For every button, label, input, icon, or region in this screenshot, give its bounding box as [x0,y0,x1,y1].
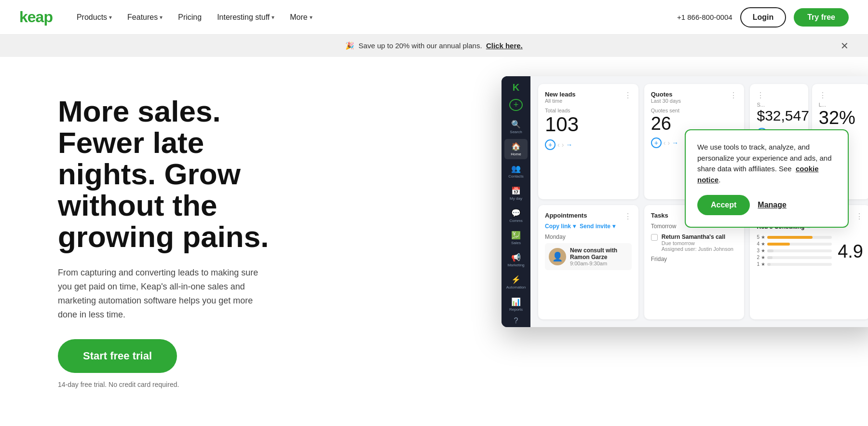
appointment-time: 9:00am-9:30am [570,261,628,266]
review-bar-fill [767,236,813,239]
review-bar-row: 3 ★ [757,248,832,253]
task-assigned: Assigned user: Justin Johnson [662,246,733,252]
add-button[interactable]: + [651,137,662,148]
revenue-menu[interactable]: ⋮ [757,91,764,100]
nav-products[interactable]: Products ▾ [70,9,119,26]
banner-emoji: 🎉 [345,41,354,50]
navbar: keap Products ▾ Features ▾ Pricing Inter… [0,0,868,35]
cookie-text: We use tools to track, analyze, and pers… [697,142,836,185]
send-invite-button[interactable]: Send invite ▾ [580,223,615,230]
task-period-2: Friday [651,256,738,262]
sidebar-item-marketing[interactable]: 📢 Marketing [504,250,528,270]
banner-close-button[interactable]: ✕ [841,40,849,52]
review-bar-fill [767,249,773,252]
phone-number[interactable]: +1 866-800-0004 [677,13,732,21]
login-button[interactable]: Login [740,7,787,27]
review-star-label: 1 ★ [757,261,765,267]
review-bar-bg [767,243,832,246]
reviews-menu[interactable]: ⋮ [855,212,863,221]
copy-link-button[interactable]: Copy link ▾ [545,223,576,230]
go-arrow-icon[interactable]: → [566,141,572,149]
sidebar-item-reports[interactable]: 📊 Reports [504,294,528,315]
next-arrow-icon[interactable]: › [562,141,564,149]
hero-content: More sales. Fewer late nights. Grow with… [58,86,289,388]
manage-button[interactable]: Manage [758,201,787,209]
task-item: Return Samantha's call Due tomorrow Assi… [651,234,738,252]
revenue-metric-value: $32,547 [757,109,801,123]
new-leads-period: All time [545,98,576,104]
chevron-down-icon: ▾ [160,14,163,21]
review-star-label: 3 ★ [757,248,765,253]
sidebar-item-contacts[interactable]: 👥 Contacts [504,161,528,181]
review-bar-row: 4 ★ [757,241,832,247]
sidebar-item-search[interactable]: 🔍 Search [504,117,528,137]
quotes-menu[interactable]: ⋮ [730,91,737,100]
appointments-menu[interactable]: ⋮ [624,212,632,221]
home-icon: 🏠 [511,142,521,151]
sidebar-item-myday[interactable]: 📅 My day [504,183,528,204]
appointment-name: New consult with Ramon Garze [570,247,628,261]
review-bar-row: 5 ★ [757,234,832,240]
nav-interesting-stuff[interactable]: Interesting stuff ▾ [210,9,281,26]
add-button[interactable]: + [545,139,556,150]
prev-arrow-icon[interactable]: ‹ [664,139,666,147]
appointments-title: Appointments [545,212,587,219]
announcement-banner: 🎉 Save up to 20% with our annual plans. … [0,35,868,57]
start-trial-button[interactable]: Start free trial [58,339,177,373]
nav-features[interactable]: Features ▾ [121,9,169,26]
sidebar-item-automation[interactable]: ⚡ Automation [504,272,528,292]
appointment-item[interactable]: 👤 New consult with Ramon Garze 9:00am-9:… [545,243,632,270]
search-icon: 🔍 [511,120,521,129]
review-bars: 5 ★4 ★3 ★2 ★1 ★ [757,234,832,268]
review-bar-bg [767,249,832,252]
hero-subheadline: From capturing and converting leads to m… [58,266,260,321]
review-star-label: 5 ★ [757,234,765,240]
prev-arrow-icon[interactable]: ‹ [557,141,560,149]
automation-icon: ⚡ [511,275,521,284]
new-leads-metric-value: 103 [545,114,632,135]
sidebar-item-sales[interactable]: 💹 Sales [504,228,528,248]
sales-icon: 💹 [511,231,521,240]
try-free-button[interactable]: Try free [794,8,849,27]
sidebar-logo: K [513,82,519,93]
chevron-down-icon: ▾ [310,14,312,21]
nav-more[interactable]: More ▾ [283,9,319,26]
cookie-consent-overlay: We use tools to track, analyze, and pers… [685,129,849,228]
go-arrow-icon[interactable]: → [672,139,678,147]
fine-print: 14-day free trial. No credit card requir… [58,381,289,388]
quotes-title: Quotes [651,91,681,98]
nav-pricing[interactable]: Pricing [171,9,208,26]
appointment-day: Monday [545,234,632,240]
app-sidebar: K + 🔍 Search 🏠 Home 👥 Contacts 📅 My day [502,76,530,327]
percent-metric-value: 32% [819,109,863,127]
sidebar-item-home[interactable]: 🏠 Home [504,139,528,159]
task-name: Return Samantha's call [662,234,733,240]
review-bar-fill [767,243,790,246]
hero-section: More sales. Fewer late nights. Grow with… [0,57,868,408]
marketing-icon: 📢 [511,253,521,262]
banner-text: 🎉 Save up to 20% with our annual plans. … [345,41,523,50]
brand-logo[interactable]: keap [19,8,53,26]
chevron-down-icon: ▾ [271,14,274,21]
percent-menu[interactable]: ⋮ [819,91,827,100]
review-bar-row: 2 ★ [757,255,832,260]
banner-link[interactable]: Click here. [486,41,523,50]
next-arrow-icon[interactable]: › [667,139,670,147]
task-checkbox[interactable] [651,234,658,241]
chevron-down-icon: ▾ [573,223,576,230]
reports-icon: 📊 [511,297,521,306]
quotes-metric-label: Quotes sent [651,108,738,113]
appointment-avatar: 👤 [549,248,566,265]
new-leads-menu[interactable]: ⋮ [624,91,632,100]
review-bar-row: 1 ★ [757,261,832,267]
help-icon[interactable]: ? [514,316,518,325]
nav-links: Products ▾ Features ▾ Pricing Interestin… [70,9,677,26]
sidebar-item-comms[interactable]: 💬 Comms [504,206,528,226]
chevron-down-icon: ▾ [612,223,615,230]
sidebar-add-button[interactable]: + [509,99,523,111]
review-star-label: 2 ★ [757,255,765,260]
appointments-card: Appointments ⋮ Copy link ▾ Send invite ▾ [538,205,638,319]
contacts-icon: 👥 [511,164,521,173]
review-star-label: 4 ★ [757,241,765,247]
accept-button[interactable]: Accept [697,195,750,215]
